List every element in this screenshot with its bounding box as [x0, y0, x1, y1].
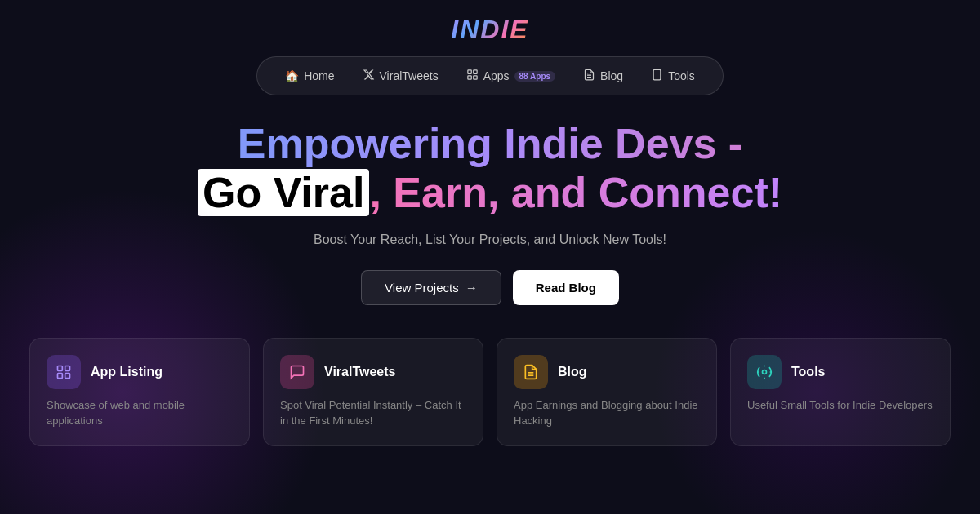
twitter-icon: [363, 69, 375, 83]
home-icon: 🏠: [285, 69, 299, 82]
cta-group: View Projects → Read Blog: [16, 270, 964, 305]
logo-container: INDiE: [0, 0, 980, 45]
svg-rect-3: [473, 76, 476, 79]
nav-item-tools[interactable]: Tools: [639, 64, 706, 88]
nav-label-tools: Tools: [668, 69, 695, 82]
card-viraltweets[interactable]: ViralTweets Spot Viral Potential Instant…: [263, 338, 483, 446]
nav-item-home[interactable]: 🏠 Home: [274, 64, 345, 87]
card-blog-desc: App Earnings and Blogging about Indie Ha…: [514, 397, 700, 429]
card-app-listing-title: App Listing: [91, 365, 163, 379]
hero-subtitle: Boost Your Reach, List Your Projects, an…: [16, 233, 964, 247]
nav-label-blog: Blog: [600, 69, 623, 82]
card-tools-desc: Useful Small Tools for Indie Developers: [747, 397, 933, 414]
earn-connect-text: , Earn, and Connect!: [369, 169, 782, 216]
tools-icon: [651, 69, 663, 83]
app-listing-icon: [47, 355, 81, 389]
svg-rect-1: [473, 70, 476, 73]
go-viral-text: Go Viral: [198, 169, 369, 216]
svg-point-14: [763, 370, 767, 374]
nav-label-viraltweets: ViralTweets: [380, 69, 439, 82]
apps-count-badge: 88 Apps: [514, 71, 556, 82]
blog-card-icon: [514, 355, 548, 389]
feature-cards-section: App Listing Showcase of web and mobile a…: [0, 338, 980, 446]
card-tools-title: Tools: [791, 365, 825, 379]
card-app-listing-header: App Listing: [47, 355, 233, 389]
view-projects-label: View Projects: [385, 281, 459, 295]
card-viraltweets-desc: Spot Viral Potential Instantly – Catch I…: [280, 397, 466, 429]
svg-rect-9: [65, 366, 70, 370]
blog-icon: [583, 69, 595, 83]
card-tools[interactable]: Tools Useful Small Tools for Indie Devel…: [730, 338, 951, 446]
card-tools-header: Tools: [747, 355, 933, 389]
card-viraltweets-header: ViralTweets: [280, 355, 466, 389]
svg-rect-10: [58, 373, 63, 378]
svg-rect-2: [468, 76, 471, 79]
read-blog-button[interactable]: Read Blog: [513, 270, 619, 305]
nav-label-apps: Apps: [483, 69, 510, 82]
svg-rect-8: [58, 366, 63, 370]
nav-item-apps[interactable]: Apps 88 Apps: [455, 64, 567, 88]
arrow-icon: →: [466, 281, 478, 295]
hero-title-line2: Go Viral, Earn, and Connect!: [16, 169, 964, 218]
view-projects-button[interactable]: View Projects →: [361, 270, 501, 305]
hero-section: Empowering Indie Devs - Go Viral, Earn, …: [0, 120, 980, 305]
viraltweets-card-icon: [280, 355, 314, 389]
tools-card-icon: [747, 355, 782, 389]
apps-icon: [466, 69, 479, 83]
card-app-listing[interactable]: App Listing Showcase of web and mobile a…: [29, 338, 250, 446]
hero-title-line1: Empowering Indie Devs -: [16, 120, 964, 169]
svg-rect-0: [468, 70, 471, 73]
hero-title: Empowering Indie Devs - Go Viral, Earn, …: [16, 120, 964, 218]
nav-bar: 🏠 Home ViralTweets Apps 88 Apps: [256, 56, 724, 95]
card-viraltweets-title: ViralTweets: [324, 365, 395, 379]
svg-rect-11: [65, 373, 70, 378]
card-blog-title: Blog: [558, 365, 587, 379]
nav-item-viraltweets[interactable]: ViralTweets: [351, 64, 450, 88]
card-blog-header: Blog: [514, 355, 700, 389]
card-app-listing-desc: Showcase of web and mobile applications: [47, 397, 233, 429]
nav-label-home: Home: [304, 69, 334, 82]
nav-item-blog[interactable]: Blog: [572, 64, 635, 88]
read-blog-label: Read Blog: [536, 281, 596, 295]
logo[interactable]: INDiE: [451, 15, 528, 45]
main-nav: 🏠 Home ViralTweets Apps 88 Apps: [0, 56, 980, 95]
card-blog[interactable]: Blog App Earnings and Blogging about Ind…: [497, 338, 717, 446]
